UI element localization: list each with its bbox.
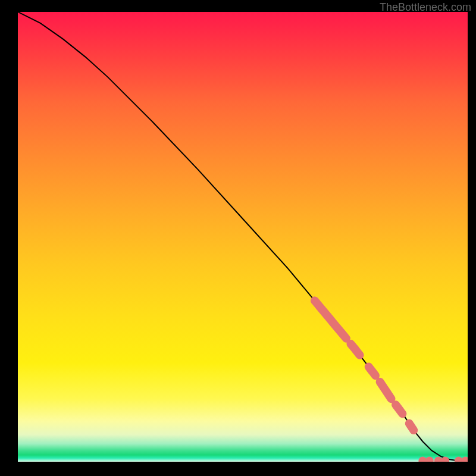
highlight-point <box>425 456 434 462</box>
highlight-segment <box>396 405 402 414</box>
highlight-segment <box>409 424 414 430</box>
chart-plot-area <box>18 12 468 462</box>
highlight-segment <box>350 344 359 355</box>
chart-svg <box>18 12 468 462</box>
main-curve <box>18 12 468 461</box>
watermark-text: TheBottleneck.com <box>380 1 471 14</box>
highlight-segment <box>315 300 346 339</box>
curve-layer <box>18 12 468 461</box>
highlight-point <box>461 456 468 462</box>
highlight-points-layer <box>418 456 468 462</box>
highlight-segment <box>380 382 392 399</box>
highlight-point <box>434 456 443 462</box>
highlight-point <box>441 456 449 462</box>
highlight-segment <box>369 367 375 375</box>
highlight-point <box>455 456 463 462</box>
highlight-point <box>418 456 427 462</box>
highlight-segments-layer <box>315 300 414 430</box>
